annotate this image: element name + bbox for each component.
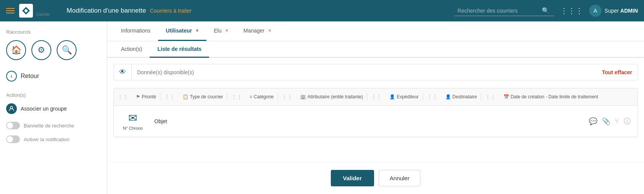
valider-button[interactable]: Valider (331, 170, 374, 186)
col-priorite: ⚑ Priorité (132, 92, 160, 102)
tab-liste-resultats[interactable]: Liste de résultats (150, 41, 209, 58)
associate-group-label: Associer un groupe (21, 106, 67, 112)
col-dates-label: Date de création - Date limite de traite… (511, 94, 598, 99)
eye-icon[interactable]: 👁 (114, 64, 132, 80)
type-icon: 📋 (183, 94, 188, 99)
date-icon: 📅 (503, 94, 509, 99)
logo: Maarch Courrier (19, 4, 57, 18)
back-arrow-icon: ‹ (6, 71, 17, 82)
col-dest-label: Destinataire (453, 94, 477, 99)
col-expediteur: 👤 Expéditeur (386, 92, 422, 102)
col-cat-label: Catégorie (254, 94, 274, 99)
annuler-button[interactable]: Annuler (379, 170, 421, 186)
toggle-search[interactable] (6, 122, 20, 129)
mail-icon: ✉ (128, 112, 137, 124)
col-drag-2: ⋮⋮ (160, 91, 179, 102)
footer-buttons: Valider Annuler (107, 162, 644, 194)
user-menu[interactable]: A Super ADMIN (589, 5, 638, 17)
svg-point-0 (10, 106, 13, 109)
tab-utilisateur[interactable]: Utilisateur × (158, 21, 206, 41)
col-categorie: ≡ Catégorie (246, 92, 278, 102)
col-drag-7: ⋮⋮ (481, 91, 500, 102)
shortcuts-row: 🏠 ⚙ 🔍 (6, 40, 101, 60)
mail-wrapper: ✉ N° Chrono (123, 112, 142, 130)
results-table: ⋮⋮ ⚑ Priorité ⋮⋮ 📋 Type de courrier (113, 88, 638, 137)
search-input[interactable] (458, 8, 542, 14)
col-exp-label: Expéditeur (397, 94, 418, 99)
attr-icon: 🏢 (300, 94, 306, 99)
content-area: 👁 Tout effacer ⋮⋮ ⚑ Priorité ⋮⋮ (107, 58, 644, 162)
col-drag-6: ⋮⋮ (423, 91, 441, 102)
clear-all-button[interactable]: Tout effacer (597, 65, 637, 79)
col-drag-0: ⋮⋮ (114, 91, 132, 102)
associate-group-icon (6, 103, 17, 114)
drag-icon-7[interactable]: ⋮⋮ (485, 94, 496, 100)
drag-icon-5[interactable]: ⋮⋮ (371, 94, 382, 100)
drag-icon-0[interactable]: ⋮⋮ (118, 94, 128, 100)
table-row: ✉ N° Chrono Objet 💬 📎 ⑂ ⓘ (114, 106, 637, 137)
search-icon[interactable]: 🔍 (542, 7, 549, 14)
back-button[interactable]: ‹ Retour (6, 69, 101, 83)
toggle-knob-2 (7, 136, 13, 142)
col-priorite-label: Priorité (142, 94, 156, 99)
dest-icon: 👤 (445, 94, 451, 99)
logo-text: Maarch Courrier (36, 5, 57, 16)
page-title: Modification d'une bannette (67, 7, 146, 15)
chrono-label: N° Chrono (123, 126, 142, 130)
shortcut-search[interactable]: 🔍 (57, 40, 77, 60)
col-drag-4: ⋮⋮ (278, 91, 296, 102)
col-type-label: Type de courrier (190, 94, 223, 99)
tab-elu[interactable]: Elu × (206, 21, 236, 41)
drag-icon-6[interactable]: ⋮⋮ (427, 94, 438, 100)
drag-icon-2[interactable]: ⋮⋮ (164, 94, 175, 100)
associate-group-item[interactable]: Associer un groupe (6, 103, 101, 114)
tab-manager[interactable]: Manager × (236, 21, 279, 41)
shortcut-settings[interactable]: ⚙ (31, 40, 51, 60)
objet-label: Objet (148, 118, 173, 124)
col-drag-5: ⋮⋮ (367, 91, 386, 102)
tab-informations[interactable]: Informations (113, 21, 158, 41)
toggle-notif[interactable] (6, 135, 20, 143)
drag-icon-3[interactable]: ⋮⋮ (231, 94, 242, 100)
col-attr-label: Attributaire (entité traitante) (307, 94, 363, 99)
col-attributaire: 🏢 Attributaire (entité traitante) (296, 92, 367, 102)
toggle-notif-row: Activer la notification (6, 135, 101, 143)
row-mail-cell: ✉ N° Chrono (118, 110, 148, 132)
tabs-row-1: Informations Utilisateur × Elu × Manager… (107, 21, 644, 41)
col-destinataire: 👤 Destinataire (441, 92, 481, 102)
search-row: 👁 Tout effacer (113, 64, 638, 80)
priorite-icon: ⚑ (136, 94, 140, 99)
col-type-courrier: 📋 Type de courrier (179, 92, 227, 102)
logo-icon (19, 4, 33, 18)
toggle-knob (7, 122, 13, 129)
tab-elu-close[interactable]: × (226, 28, 228, 33)
shortcut-home[interactable]: 🏠 (6, 40, 26, 60)
toggle-search-row: Bannette de recherche (6, 122, 101, 129)
sidebar: Raccourcis 🏠 ⚙ 🔍 ‹ Retour Action(s) Asso… (0, 21, 107, 194)
tab-utilisateur-close[interactable]: × (196, 28, 199, 33)
tab-actions[interactable]: Action(s) (113, 41, 150, 58)
cat-icon: ≡ (250, 94, 252, 99)
comment-action-icon[interactable]: 💬 (589, 117, 597, 126)
col-drag-3: ⋮⋮ (227, 91, 246, 102)
page-subtitle[interactable]: Courriers à traiter (150, 8, 191, 14)
search-bar: 🔍 (454, 5, 554, 16)
drag-icon-4[interactable]: ⋮⋮ (282, 94, 293, 100)
tree-action-icon[interactable]: ⑂ (615, 117, 619, 125)
main-content: Informations Utilisateur × Elu × Manager… (107, 21, 644, 194)
navbar: Maarch Courrier Modification d'une banne… (0, 0, 644, 21)
tabs-row-2: Action(s) Liste de résultats (107, 41, 644, 58)
hamburger-menu[interactable] (6, 8, 15, 13)
shortcuts-title: Raccourcis (6, 29, 101, 35)
user-name: Super ADMIN (605, 8, 638, 14)
grid-icon[interactable]: ⋮⋮⋮ (560, 6, 583, 15)
toggle-notif-label: Activer la notification (24, 137, 69, 142)
attach-action-icon[interactable]: 📎 (602, 117, 610, 126)
back-label: Retour (21, 73, 39, 80)
tab-manager-close[interactable]: × (268, 28, 271, 33)
data-search-input[interactable] (132, 65, 597, 79)
table-header: ⋮⋮ ⚑ Priorité ⋮⋮ 📋 Type de courrier (114, 88, 637, 106)
toggle-search-label: Bannette de recherche (24, 123, 74, 129)
row-actions: 💬 📎 ⑂ ⓘ (589, 117, 634, 126)
info-action-icon[interactable]: ⓘ (624, 117, 631, 126)
